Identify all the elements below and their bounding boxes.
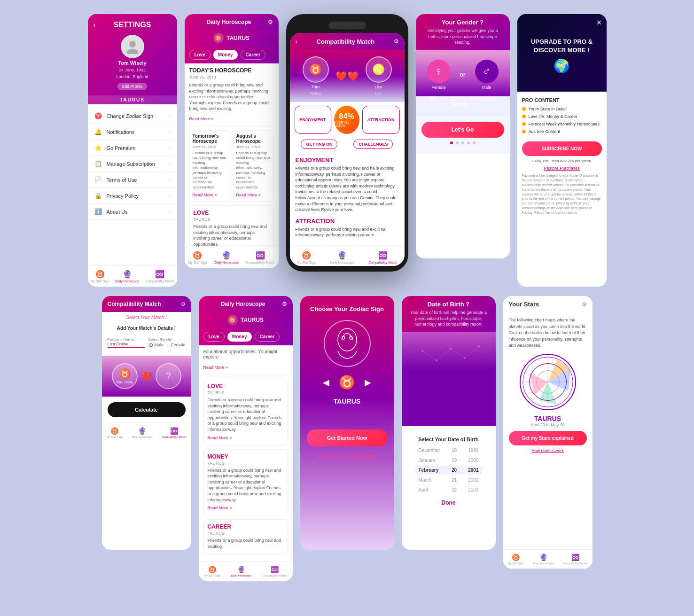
nav-my-star-sign[interactable]: ♉ My Star Sign xyxy=(297,251,316,264)
star-sign-icon: ♉ xyxy=(95,270,105,279)
taurus-symbol: ♉ xyxy=(119,368,131,379)
compatibility-icon: ♾️ xyxy=(571,554,579,561)
career-zodiac: TAURUS xyxy=(208,531,284,536)
nav-daily-horoscope[interactable]: 🔮 Daily Horoscope xyxy=(214,251,238,264)
nav-daily-horoscope[interactable]: 🔮 Daily Horoscope xyxy=(231,566,251,577)
gear-icon[interactable]: ⚙ xyxy=(282,301,287,307)
match-circle-1: ♉ Tom (Mal) xyxy=(112,363,138,389)
upgrade-top: ✕ UPGRADE TO PRO & DISCOVER MORE ! 🌍 xyxy=(517,14,607,92)
getting-on-pill[interactable]: GETTING ON xyxy=(301,140,337,149)
nav-daily-horoscope[interactable]: 🔮 Daily Horoscope xyxy=(115,270,139,283)
nav-compatibility[interactable]: ♾️ Compatibility Match xyxy=(563,554,587,565)
sign1-name: Tom xyxy=(312,85,320,89)
attraction-btn[interactable]: ATTRACTION xyxy=(362,106,400,134)
partner-name-input[interactable]: Liza Cruise xyxy=(108,342,145,348)
settings-item-subscription[interactable]: 📋 Manage Subscription › xyxy=(88,156,177,172)
done-btn-row: Done xyxy=(415,494,483,510)
gear-icon[interactable]: ⚙ xyxy=(394,38,399,45)
challenges-pill[interactable]: CHALLENGES xyxy=(353,140,393,149)
horoscope-icon: 🔮 xyxy=(237,566,245,573)
nav-compatibility[interactable]: ♾️ Compatibility Match xyxy=(368,251,397,264)
fine-print: Payment will be charged to your Apple ID… xyxy=(522,173,602,215)
done-button[interactable]: Done xyxy=(442,499,456,506)
read-more-top[interactable]: Read More > xyxy=(203,365,228,370)
read-more-money[interactable]: Read More > xyxy=(208,506,232,510)
nav-my-star-sign[interactable]: ♉ My Star Sign xyxy=(204,566,220,577)
settings-item-terms[interactable]: 📄 Terms of Use › xyxy=(88,172,177,188)
read-more-august[interactable]: Read More > xyxy=(236,193,261,197)
get-started-button[interactable]: Get Started Now xyxy=(307,429,388,446)
nav-my-star-sign[interactable]: ♉ My Star Sign xyxy=(507,554,523,565)
radio-female[interactable]: ○ Female xyxy=(166,342,185,348)
bullet-icon xyxy=(522,115,526,118)
gear-icon[interactable]: ⚙ xyxy=(582,301,587,308)
get-stars-button[interactable]: Get my Stars explained xyxy=(509,431,587,445)
settings-item-premium[interactable]: ⭐ Go Premium › xyxy=(88,140,177,156)
gear-icon[interactable]: ⚙ xyxy=(268,19,273,25)
nav-my-star-sign[interactable]: ♉ My Star Sign xyxy=(188,251,207,264)
phone-outer: ‹ Compatibility Match ⚙ ♉ Tom Taurus ❤️❤… xyxy=(286,14,408,272)
horoscope-title-2: Daily Horoscope xyxy=(204,301,282,307)
tab-career[interactable]: Career xyxy=(241,50,266,60)
dont-know-link[interactable]: I don't know my Zodiac Sign xyxy=(318,454,376,459)
horoscope-content-2: educational opportunities. Youmight expl… xyxy=(199,345,293,581)
male-icon[interactable]: ♂ xyxy=(475,60,499,83)
settings-item-privacy[interactable]: 🔒 Privacy Policy › xyxy=(88,188,177,204)
dob-header: Date of Birth ? Your date of birth will … xyxy=(402,296,496,332)
read-more-tomorrow[interactable]: Read More > xyxy=(193,193,217,197)
nav-daily-horoscope[interactable]: 🔮 Daily Horoscope xyxy=(132,427,152,438)
picker-row-1: December 18 1999 xyxy=(415,446,483,455)
back-button[interactable]: ‹ xyxy=(94,21,96,29)
tab-money[interactable]: Money xyxy=(213,50,238,60)
picker-row-5: April 22 2003 xyxy=(415,485,483,494)
close-icon[interactable]: ✕ xyxy=(596,19,602,26)
nav-my-star-sign[interactable]: ♉ My Star Sign xyxy=(106,427,122,438)
bottom-nav-3: ♉ My Star Sign 🔮 Daily Horoscope ♾️ Comp… xyxy=(199,561,293,581)
gear-icon[interactable]: ⚙ xyxy=(181,301,186,307)
read-more-link[interactable]: Read More > xyxy=(189,117,214,121)
nav-daily-horoscope[interactable]: 🔮 Daily Horoscope xyxy=(330,251,354,264)
edit-profile-button[interactable]: Edit Profile xyxy=(117,83,148,90)
subscribe-button[interactable]: SUBSCRIBE NOW xyxy=(522,141,602,156)
tab-love[interactable]: Love xyxy=(189,50,211,60)
female-label: Female xyxy=(431,85,445,90)
settings-zodiac-bar: TAURUS xyxy=(88,95,177,104)
right-arrow[interactable]: ▶ xyxy=(365,377,371,388)
nav-compatibility[interactable]: ♾️ Compatibility Match xyxy=(246,251,275,264)
enjoyment-btn[interactable]: ENJOYMENT xyxy=(295,106,331,134)
love-zodiac: TAURUS xyxy=(194,217,270,222)
tab-money-2[interactable]: Money xyxy=(227,332,252,342)
row-1: ‹ SETTINGS TAURUS Tom Wisely 24 June, 19… xyxy=(14,14,680,287)
restore-link[interactable]: Restore Purchases xyxy=(522,166,602,171)
read-more-love[interactable]: Read More > xyxy=(208,436,232,440)
picker-row-3-active[interactable]: February 20 2001 xyxy=(415,466,483,475)
nav-compatibility[interactable]: ♾️ Compatibility Match xyxy=(162,427,186,438)
bullet-icon xyxy=(522,122,526,126)
settings-screen: ‹ SETTINGS TAURUS Tom Wisely 24 June, 19… xyxy=(88,14,177,287)
horoscope-header: Daily Horoscope ⚙ xyxy=(185,14,279,30)
lets-go-button[interactable]: Let's Go xyxy=(421,122,504,138)
nav-compatibility[interactable]: ♾️ Compatibility Match xyxy=(263,566,287,577)
nav-my-star-sign[interactable]: ♉ My Star Sign xyxy=(91,270,109,283)
nav-daily-horoscope[interactable]: 🔮 Daily Horoscope xyxy=(533,554,554,565)
settings-item-about[interactable]: ℹ️ About Us › xyxy=(88,204,177,220)
settings-item-zodiac[interactable]: ♈ Change Zodiac Sign › xyxy=(88,108,177,124)
radio-male[interactable]: ⊙ Male xyxy=(148,342,164,348)
calculate-button[interactable]: Calculate xyxy=(108,402,186,417)
how-works-link[interactable]: How does it work xyxy=(509,448,587,453)
chart-inner-circle xyxy=(529,363,567,401)
stars-bottom-nav: ♉ My Star Sign 🔮 Daily Horoscope ♾️ Comp… xyxy=(503,549,593,569)
tab-career-2[interactable]: Career xyxy=(255,332,280,342)
female-icon[interactable]: ♀ xyxy=(427,60,451,83)
compat-title: Compatibility Match xyxy=(297,38,393,45)
dot-5 xyxy=(473,141,476,144)
subscription-icon: 📋 xyxy=(94,160,103,167)
match-name-1: Tom (Mal) xyxy=(116,380,133,384)
love-title-2: LOVE xyxy=(208,383,284,390)
nav-compatibility[interactable]: ♾️ Compatibility Match xyxy=(145,270,174,283)
score-circle: 84% OVER ALL MATCH xyxy=(334,106,359,134)
settings-item-notifications[interactable]: 🔔 Notifications › xyxy=(88,124,177,140)
divider-2 xyxy=(203,374,288,375)
tab-love-2[interactable]: Love xyxy=(203,332,225,342)
left-arrow[interactable]: ◀ xyxy=(323,377,329,388)
